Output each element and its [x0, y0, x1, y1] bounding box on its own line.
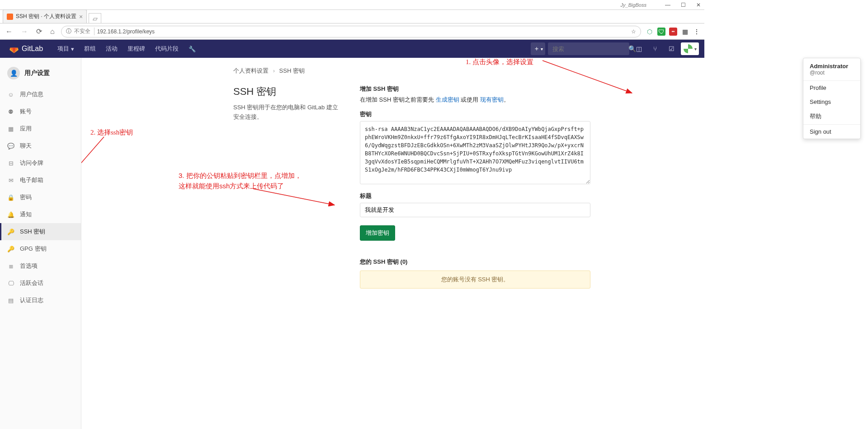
sidebar-title: 用户设置: [24, 69, 50, 77]
sidebar-item-notifications[interactable]: 🔔通知: [0, 206, 81, 223]
sidebar-header: 👤 用户设置: [0, 63, 81, 86]
nav-groups[interactable]: 群组: [80, 42, 100, 56]
browser-menu-button[interactable]: ⋮: [693, 28, 701, 36]
issues-shortcut[interactable]: ◫: [632, 42, 646, 55]
title-input[interactable]: [360, 203, 590, 217]
annotation-1: 1. 点击头像，选择设置: [466, 58, 533, 66]
nav-activity[interactable]: 活动: [101, 42, 122, 56]
annotation-2: 2. 选择ssh密钥: [90, 128, 133, 137]
sidebar-item-account[interactable]: ⚉账号: [0, 103, 81, 120]
sidebar-item-gpg-keys[interactable]: 🔑GPG 密钥: [0, 240, 81, 257]
chat-icon: 💬: [7, 142, 14, 149]
sidebar-item-tokens[interactable]: ⊟访问令牌: [0, 154, 81, 172]
sidebar-item-chat[interactable]: 💬聊天: [0, 137, 81, 154]
window-titlebar: Jy_BigBoss — ☐ ✕: [0, 0, 704, 10]
back-button[interactable]: ←: [4, 27, 14, 37]
gitlab-brand-text: GitLab: [22, 45, 43, 53]
forward-button[interactable]: →: [19, 27, 30, 37]
gitlab-header: GitLab 项目 ▾ 群组 活动 里程碑 代码片段 🔧 ＋▾ 🔍 ◫ ⑂ ☑ …: [0, 40, 704, 58]
sidebar-item-authlog[interactable]: ▤认证日志: [0, 292, 81, 309]
key-icon: 🔑: [7, 245, 14, 252]
svg-line-2: [81, 137, 104, 207]
add-key-button[interactable]: 增加密钥: [360, 225, 395, 241]
existing-key-link[interactable]: 现有密钥: [480, 96, 504, 103]
sidebar-item-apps[interactable]: ▦应用: [0, 120, 81, 137]
ext-icon-1[interactable]: ⬡: [646, 28, 654, 36]
add-key-hint: 在增加 SSH 密钥之前需要先 生成密钥 或使用 现有密钥。: [360, 96, 590, 104]
chevron-down-icon: ▾: [71, 46, 74, 52]
title-label: 标题: [360, 192, 590, 200]
bell-icon: 🔔: [7, 211, 14, 218]
sidebar-item-profile[interactable]: ☺用户信息: [0, 86, 81, 103]
issues-icon: ◫: [636, 45, 642, 52]
search-input[interactable]: [552, 46, 628, 52]
browser-tab-strip: SSH 密钥 · 个人资料设置 × ▱: [0, 10, 704, 23]
extension-icons: ⬡ 🛡 •• ▦ ⋮: [646, 28, 701, 36]
star-icon[interactable]: ☆: [631, 28, 636, 35]
merge-icon: ⑂: [653, 45, 657, 52]
sidebar-item-preferences[interactable]: ≣首选项: [0, 257, 81, 275]
nav-admin-wrench[interactable]: 🔧: [184, 42, 200, 56]
token-icon: ⊟: [7, 159, 14, 167]
session-icon: 🖵: [7, 280, 14, 287]
search-box[interactable]: 🔍: [548, 42, 629, 55]
user-avatar-icon: 👤: [7, 67, 20, 79]
wrench-icon: 🔧: [189, 46, 196, 52]
nav-milestones[interactable]: 里程碑: [123, 42, 150, 56]
ext-icon-adblock[interactable]: 🛡: [657, 28, 665, 36]
apps-icon: ▦: [7, 125, 14, 132]
tab-title: SSH 密钥 · 个人资料设置: [16, 13, 76, 20]
top-nav: 项目 ▾ 群组 活动 里程碑 代码片段 🔧: [53, 42, 200, 56]
nav-projects[interactable]: 项目 ▾: [53, 42, 79, 56]
chevron-down-icon: ▾: [541, 47, 543, 51]
your-keys-heading: 您的 SSH 密钥 (0): [360, 258, 590, 266]
gitlab-favicon: [7, 14, 13, 20]
tab-close-button[interactable]: ×: [79, 13, 83, 20]
sidebar-item-sessions[interactable]: 🖵活跃会话: [0, 275, 81, 292]
plus-icon: ＋: [533, 45, 540, 53]
window-close-button[interactable]: ✕: [695, 2, 702, 8]
os-username: Jy_BigBoss: [621, 2, 646, 8]
no-keys-alert: 您的账号没有 SSH 密钥。: [360, 270, 590, 289]
insecure-label: 不安全: [74, 28, 94, 35]
address-bar[interactable]: ⓘ 不安全 192.168.1.2/profile/keys ☆: [61, 26, 641, 37]
page-title: SSH 密钥: [233, 85, 342, 98]
reload-button[interactable]: ⟳: [34, 26, 44, 37]
ext-icon-4[interactable]: ▦: [681, 28, 689, 36]
window-minimize-button[interactable]: —: [665, 2, 671, 8]
users-icon: ⚉: [7, 108, 14, 115]
settings-sidebar: 👤 用户设置 ☺用户信息 ⚉账号 ▦应用 💬聊天 ⊟访问令牌 ✉电子邮箱 🔒密码…: [0, 58, 81, 429]
key-textarea[interactable]: [360, 121, 590, 184]
merge-requests-shortcut[interactable]: ⑂: [648, 42, 662, 55]
chevron-down-icon: ▾: [694, 47, 697, 51]
insecure-icon: ⓘ: [66, 28, 71, 35]
user-menu-button[interactable]: ▾: [681, 42, 699, 55]
sidebar-item-password[interactable]: 🔒密码: [0, 189, 81, 206]
breadcrumb: 个人资料设置 › SSH 密钥: [233, 67, 688, 75]
breadcrumb-sep-icon: ›: [273, 67, 275, 74]
sidebar-item-emails[interactable]: ✉电子邮箱: [0, 172, 81, 189]
sidebar-item-ssh-keys[interactable]: 🔑SSH 密钥: [0, 223, 81, 240]
todo-icon: ☑: [669, 45, 675, 52]
main-content: 个人资料设置 › SSH 密钥 SSH 密钥 SSH 密钥用于在您的电脑和 Gi…: [81, 58, 704, 429]
add-key-heading: 增加 SSH 密钥: [360, 85, 590, 93]
breadcrumb-root[interactable]: 个人资料设置: [233, 67, 269, 74]
browser-toolbar: ← → ⟳ ⌂ ⓘ 不安全 192.168.1.2/profile/keys ☆…: [0, 23, 704, 40]
todos-shortcut[interactable]: ☑: [665, 42, 678, 55]
nav-snippets[interactable]: 代码片段: [151, 42, 183, 56]
breadcrumb-current: SSH 密钥: [279, 67, 305, 74]
new-tab-button[interactable]: ▱: [89, 13, 101, 23]
url-text: 192.168.1.2/profile/keys: [97, 28, 155, 35]
home-button[interactable]: ⌂: [48, 27, 57, 37]
gitlab-logo-link[interactable]: GitLab: [5, 44, 47, 54]
browser-tab[interactable]: SSH 密钥 · 个人资料设置 ×: [3, 9, 87, 23]
mail-icon: ✉: [7, 177, 14, 184]
generate-key-link[interactable]: 生成密钥: [436, 96, 459, 103]
log-icon: ▤: [7, 297, 14, 304]
new-dropdown-button[interactable]: ＋▾: [531, 42, 545, 55]
ext-icon-lastpass[interactable]: ••: [669, 28, 677, 36]
window-maximize-button[interactable]: ☐: [680, 2, 686, 8]
avatar: [684, 44, 693, 53]
gitlab-logo-icon: [9, 44, 19, 54]
page-description: SSH 密钥用于在您的电脑和 GitLab 建立安全连接。: [233, 103, 342, 122]
